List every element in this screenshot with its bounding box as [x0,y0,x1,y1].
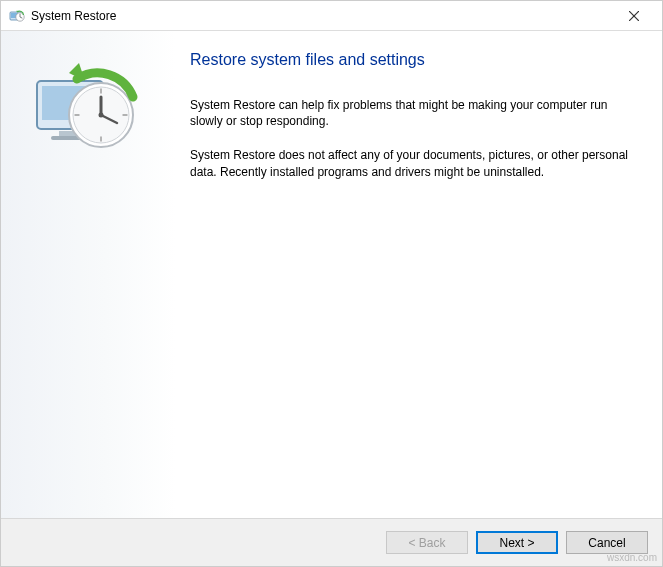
content-pane: Restore system files and settings System… [176,31,662,518]
wizard-body: Restore system files and settings System… [1,31,662,518]
page-heading: Restore system files and settings [190,51,632,69]
svg-point-18 [98,113,103,118]
titlebar: System Restore [1,1,662,31]
close-button[interactable] [614,2,654,30]
intro-paragraph-2: System Restore does not affect any of yo… [190,147,632,179]
system-restore-icon [9,8,25,24]
back-button: < Back [386,531,468,554]
system-restore-artwork-icon [29,51,149,171]
next-button[interactable]: Next > [476,531,558,554]
sidebar [1,31,176,518]
wizard-footer: < Back Next > Cancel [1,518,662,566]
watermark: wsxdn.com [607,552,657,563]
window-title: System Restore [31,9,614,23]
intro-paragraph-1: System Restore can help fix problems tha… [190,97,632,129]
close-icon [629,11,639,21]
cancel-button[interactable]: Cancel [566,531,648,554]
